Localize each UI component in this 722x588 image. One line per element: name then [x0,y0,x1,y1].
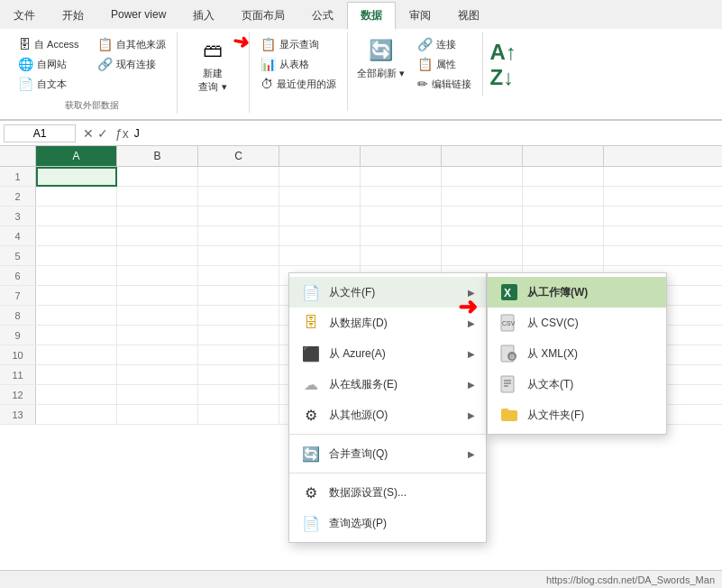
access-icon: 🗄 [18,37,31,51]
cell-d1[interactable] [279,167,361,187]
from-azure-icon: ⬛ [300,343,322,364]
show-queries-icon: 📋 [260,37,276,51]
menu-item-from-workbook[interactable]: X 从工作簿(W) [488,277,666,308]
btn-existing[interactable]: 🔗 现有连接 [94,54,169,74]
from-workbook-icon: X [498,281,520,303]
menu-item-from-other[interactable]: ⚙ 从其他源(O) ▶ [289,400,486,430]
menu-item-from-csv[interactable]: CSV 从 CSV(C) [488,308,666,338]
row-num-13: 13 [0,405,36,424]
from-db-icon: 🗄 [300,312,322,334]
cell-a2[interactable] [36,187,117,207]
table-row: 2 [0,187,722,207]
tab-powerview[interactable]: Power view [97,2,179,29]
btn-text[interactable]: 📄 自文本 [14,74,83,94]
from-online-icon: ☁ [300,373,322,395]
from-other-icon: ⚙ [300,404,322,426]
btn-web[interactable]: 🌐 自网站 [14,54,83,74]
group-sort: A↑Z↓ [483,32,537,97]
cancel-icon[interactable]: ✕ [83,126,94,141]
btn-refresh-all[interactable]: 🔄 全部刷新 ▾ [352,32,410,84]
ribbon-tab-bar: 文件 开始 Power view 插入 页面布局 公式 数据 审阅 视图 [0,0,722,29]
tab-file[interactable]: 文件 [0,2,49,29]
from-xml-icon: ⚙ [498,343,520,364]
col-header-c[interactable]: C [198,146,279,166]
btn-from-table[interactable]: 📊 从表格 [257,54,340,74]
external-data-buttons2: 📋 自其他来源 🔗 现有连接 [90,32,173,76]
col-header-b[interactable]: B [117,146,198,166]
row-num-7: 7 [0,286,36,305]
col-header-f[interactable] [442,146,523,166]
row-num-9: 9 [0,326,36,345]
from-text-icon [498,373,520,395]
menu-sep-1 [289,434,486,435]
confirm-icon[interactable]: ✓ [97,126,108,141]
formula-input[interactable] [133,125,718,142]
cell-f1[interactable] [442,167,523,187]
ribbon: 文件 开始 Power view 插入 页面布局 公式 数据 审阅 视图 🗄 自… [0,0,722,121]
tab-formulas[interactable]: 公式 [298,2,347,29]
other-icon: 📋 [97,37,113,51]
properties-icon: 📋 [417,57,433,71]
menu-item-from-online[interactable]: ☁ 从在线服务(E) ▶ [289,369,486,400]
svg-text:CSV: CSV [502,320,516,326]
corner-cell [0,146,36,166]
btn-recent-sources[interactable]: ⏱ 最近使用的源 [257,74,340,94]
btn-edit-links[interactable]: ✏ 编辑链接 [414,74,475,94]
col-header-g[interactable] [523,146,604,166]
btn-new-query[interactable]: 🗃 新建查询 ▾ [193,32,233,97]
datasource-icon: ⚙ [300,482,322,503]
row-num-5: 5 [0,246,36,265]
cell-b1[interactable] [117,167,198,187]
menu-item-from-folder[interactable]: 从文件夹(F) [488,400,666,430]
group-query-body: 📋 显示查询 📊 从表格 ⏱ 最近使用的源 [253,32,343,96]
col-header-d[interactable] [279,146,361,166]
status-url: https://blog.csdn.net/DA_Swords_Man [546,574,715,585]
tab-view[interactable]: 视图 [444,2,493,29]
query-options-icon: 📄 [300,512,322,534]
col-header-a[interactable]: A [36,146,117,166]
menu-item-from-azure[interactable]: ⬛ 从 Azure(A) ▶ [289,338,486,369]
menu-item-from-xml[interactable]: ⚙ 从 XML(X) [488,338,666,369]
tab-pagelayout[interactable]: 页面布局 [228,2,298,29]
recent-icon: ⏱ [260,77,273,91]
btn-connections[interactable]: 🔗 连接 [414,34,475,54]
group-new-query: ➜ 🗃 新建查询 ▾ . [178,32,250,113]
menu-item-combine[interactable]: 🔄 合并查询(Q) ▶ [289,438,486,469]
cell-g1[interactable] [523,167,604,187]
formula-icons: ✕ ✓ [83,126,108,141]
submenu-arrow-azure: ▶ [468,349,475,359]
tab-insert[interactable]: 插入 [179,2,228,29]
red-arrow-indicator: ➜ [231,30,251,56]
tab-review[interactable]: 审阅 [396,2,444,29]
btn-properties[interactable]: 📋 属性 [414,54,475,74]
from-file-icon: 📄 [300,281,322,303]
group-get-external: 🗄 自 Access 🌐 自网站 📄 自文本 📋 自其他 [7,32,178,114]
menu-item-from-text[interactable]: 从文本(T) [488,369,666,400]
sub-dropdown-from-file: X 从工作簿(W) CSV 从 CSV(C) ⚙ 从 [487,272,667,435]
menu-item-from-file[interactable]: 📄 从文件(F) ▶ [289,277,486,308]
group-query-items: 📋 显示查询 📊 从表格 ⏱ 最近使用的源 . [250,32,348,111]
menu-item-from-db[interactable]: 🗄 从数据库(D) ▶ [289,308,486,338]
btn-other-sources[interactable]: 📋 自其他来源 [94,34,169,54]
cell-name-box[interactable] [4,124,76,142]
col-header-e[interactable] [361,146,442,166]
new-query-icon: 🗃 [198,36,227,65]
btn-show-queries[interactable]: 📋 显示查询 [257,34,340,54]
text-icon: 📄 [18,77,33,91]
spreadsheet: A B C 1 2 3 4 5 6 7 8 [0,146,722,425]
submenu-arrow-other: ▶ [468,410,475,420]
menu-item-query-options[interactable]: 📄 查询选项(P) [289,508,486,538]
cell-e1[interactable] [361,167,442,187]
tab-data[interactable]: 数据 [347,2,396,30]
btn-access[interactable]: 🗄 自 Access [14,34,83,54]
group-connections: 🔄 全部刷新 ▾ 🔗 连接 📋 属性 ✏ 编辑链接 [348,32,483,96]
web-icon: 🌐 [18,57,33,71]
from-csv-icon: CSV [498,312,520,334]
tab-home[interactable]: 开始 [49,2,97,29]
cell-c1[interactable] [198,167,279,187]
menu-item-datasource[interactable]: ⚙ 数据源设置(S)... [289,477,486,508]
submenu-arrow-online: ▶ [468,380,475,390]
ribbon-content: 🗄 自 Access 🌐 自网站 📄 自文本 📋 自其他 [0,29,722,120]
cell-a1[interactable] [36,167,117,187]
edit-links-icon: ✏ [417,77,428,91]
